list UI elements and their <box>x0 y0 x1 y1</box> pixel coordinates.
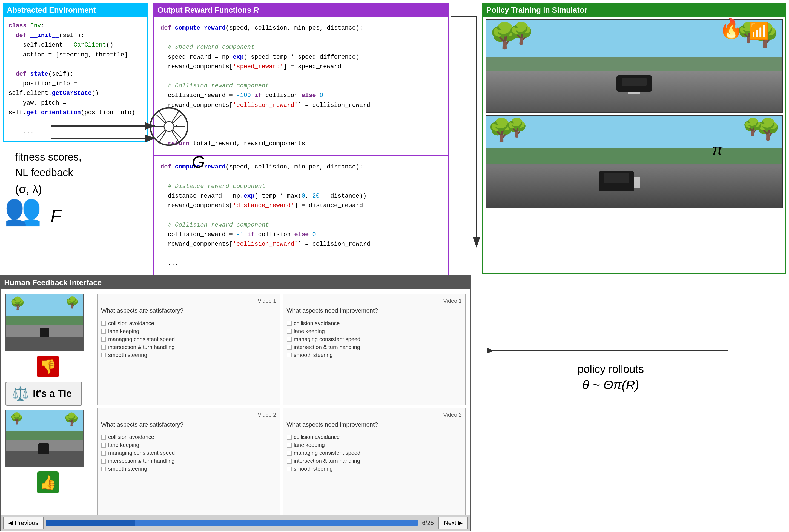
panel-v2-sat-question: What aspects are satisfactory? <box>101 421 276 429</box>
code-line: yaw, pitch = self.get_orientation(positi… <box>8 98 142 117</box>
code-line: def state(self): <box>8 69 142 79</box>
panel-v1-imp-options: collision avoidance lane keeping managin… <box>287 320 462 358</box>
checkbox-12[interactable] <box>101 443 106 448</box>
option-intersection-c[interactable]: intersection & turn handling <box>101 458 276 464</box>
video-thumbnail-2: 🌳 🌳 <box>5 410 83 467</box>
option-collision-d[interactable]: collision avoidance <box>287 434 462 440</box>
thumbs-up-button[interactable]: 👍 <box>37 472 59 493</box>
checkbox-2[interactable] <box>101 329 106 334</box>
reward-section-1: def compute_reward(speed, collision, min… <box>154 17 448 156</box>
previous-button[interactable]: ◀ Previous <box>3 517 44 529</box>
checkbox-10[interactable] <box>287 353 292 358</box>
option-steering-b[interactable]: smooth steering <box>287 352 462 358</box>
fire-icon: 🔥 <box>719 17 743 40</box>
tie-button[interactable]: ⚖️ It's a Tie <box>5 382 82 406</box>
checkbox-14[interactable] <box>101 459 106 463</box>
code-line: class Env: <box>8 21 142 31</box>
panel-v1-improvement: Video 1 What aspects need improvement? c… <box>283 294 466 405</box>
wifi-icon: 📶 <box>749 21 769 41</box>
option-speed-d[interactable]: managing consistent speed <box>287 450 462 456</box>
reward-title: Output Reward Functions R <box>154 3 448 17</box>
panel-v1-sat-label: Video 1 <box>101 298 276 304</box>
openai-logo <box>149 107 189 147</box>
panel-v2-imp-options: collision avoidance lane keeping managin… <box>287 434 462 472</box>
code-line: self.client = CarClient() <box>8 40 142 50</box>
panel-v2-improvement: Video 2 What aspects need improvement? c… <box>283 408 466 519</box>
progress-bar <box>46 520 418 526</box>
thumbs-down-button[interactable]: 👎 <box>37 356 59 378</box>
option-intersection-d[interactable]: intersection & turn handling <box>287 458 462 464</box>
policy-image-2: 🌳 🌳 🌳 🌳 <box>486 115 783 208</box>
option-lane[interactable]: lane keeping <box>101 328 276 335</box>
checkbox-7[interactable] <box>287 329 292 334</box>
option-speed-c[interactable]: managing consistent speed <box>101 450 276 456</box>
checkbox-8[interactable] <box>287 337 292 342</box>
pi-label: π <box>712 140 723 158</box>
code-line: position_info = self.client.getCarState(… <box>8 79 142 98</box>
feedback-label: fitness scores, NL feedback (σ, λ) <box>15 149 82 198</box>
option-speed-b[interactable]: managing consistent speed <box>287 336 462 342</box>
panel-v2-satisfactory: Video 2 What aspects are satisfactory? c… <box>97 408 280 519</box>
road-scene-2: 🌳 🌳 🌳 🌳 <box>486 116 782 208</box>
f-label: F <box>51 206 62 226</box>
checkbox-16[interactable] <box>287 435 292 440</box>
policy-images: 🌳 🌳 🌳 🌳 🌳 🌳 🌳 🌳 <box>483 17 786 211</box>
video-thumbnail-1: 🌳 🌳 <box>5 294 83 352</box>
checkbox-6[interactable] <box>287 321 292 326</box>
reward-functions-box: Output Reward Functions R def compute_re… <box>153 3 449 295</box>
checkbox-15[interactable] <box>101 467 106 472</box>
option-intersection-b[interactable]: intersection & turn handling <box>287 344 462 350</box>
hfi-left-panel: 🌳 🌳 👎 ⚖️ It's a Tie 🌳 🌳 <box>4 292 92 520</box>
checkbox-18[interactable] <box>287 451 292 456</box>
option-lane-c[interactable]: lane keeping <box>101 442 276 448</box>
policy-training-box: Policy Training in Simulator 🌳 🌳 🌳 🌳 🌳 <box>482 3 786 274</box>
checkbox-13[interactable] <box>101 451 106 456</box>
checkbox-9[interactable] <box>287 345 292 349</box>
abstracted-env-title: Abstracted Environment <box>3 3 147 17</box>
option-lane-d[interactable]: lane keeping <box>287 442 462 448</box>
rollouts-label: policy rollouts <box>474 363 748 375</box>
svg-point-10 <box>164 121 174 132</box>
checkbox-20[interactable] <box>287 467 292 472</box>
option-steering-d[interactable]: smooth steering <box>287 466 462 472</box>
nav-bar: ◀ Previous 6/25 Next ▶ <box>1 515 470 531</box>
hfi-container: Human Feedback Interface 🌳 🌳 👎 ⚖️ It's a… <box>0 275 471 531</box>
reward-code-2: def compute_reward(speed, collision, min… <box>159 159 443 290</box>
panel-v2-sat-options: collision avoidance lane keeping managin… <box>101 434 276 472</box>
option-lane-b[interactable]: lane keeping <box>287 328 462 335</box>
option-steering-c[interactable]: smooth steering <box>101 466 276 472</box>
theta-formula: θ ~ Θπ(R) <box>474 378 748 392</box>
page-indicator: 6/25 <box>420 519 436 527</box>
option-steering[interactable]: smooth steering <box>101 352 276 358</box>
option-collision-c[interactable]: collision avoidance <box>101 434 276 440</box>
panel-v2-imp-label: Video 2 <box>287 412 462 418</box>
checkbox-17[interactable] <box>287 443 292 448</box>
reward-section-2: def compute_reward(speed, collision, min… <box>154 156 448 294</box>
scales-icon: ⚖️ <box>12 386 29 402</box>
option-collision[interactable]: collision avoidance <box>101 320 276 326</box>
panel-v1-satisfactory: Video 1 What aspects are satisfactory? c… <box>97 294 280 405</box>
g-label: G <box>192 152 205 171</box>
code-line: def __init__(self): <box>8 31 142 40</box>
checkbox-11[interactable] <box>101 435 106 440</box>
code-line: action = [steering, throttle] <box>8 50 142 60</box>
option-collision-b[interactable]: collision avoidance <box>287 320 462 326</box>
option-intersection[interactable]: intersection & turn handling <box>101 344 276 350</box>
hfi-content: 🌳 🌳 👎 ⚖️ It's a Tie 🌳 🌳 <box>1 289 470 524</box>
checkbox-3[interactable] <box>101 337 106 342</box>
tie-label: It's a Tie <box>33 388 72 399</box>
next-button[interactable]: Next ▶ <box>439 517 468 529</box>
checkbox-1[interactable] <box>101 321 106 326</box>
checkbox-5[interactable] <box>101 353 106 358</box>
checkbox-4[interactable] <box>101 345 106 349</box>
rollouts-arrow <box>487 340 734 362</box>
progress-fill <box>46 520 135 526</box>
option-speed[interactable]: managing consistent speed <box>101 336 276 342</box>
panel-v1-imp-question: What aspects need improvement? <box>287 307 462 315</box>
panel-v1-imp-label: Video 1 <box>287 298 462 304</box>
reward-code-1: def compute_reward(speed, collision, min… <box>159 21 443 151</box>
panel-v2-sat-label: Video 2 <box>101 412 276 418</box>
human-icon: 👥 <box>4 192 42 227</box>
checkbox-19[interactable] <box>287 459 292 463</box>
panel-v1-sat-options: collision avoidance lane keeping managin… <box>101 320 276 358</box>
